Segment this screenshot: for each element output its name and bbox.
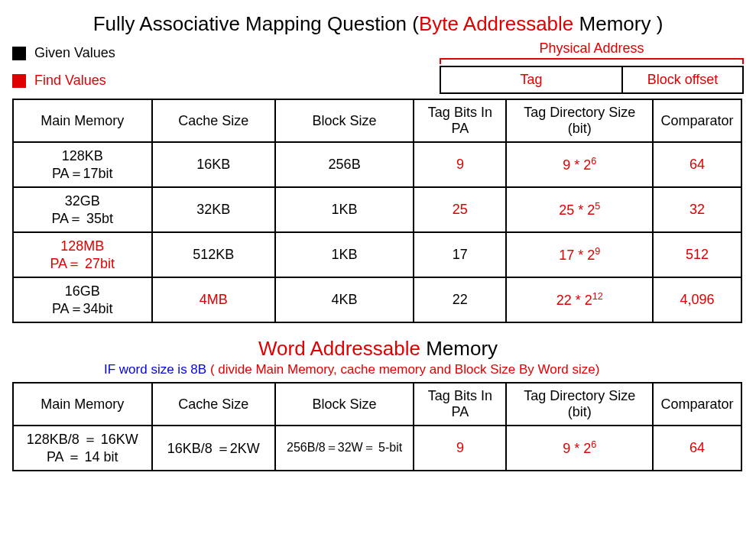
table-cell: 25 (414, 187, 506, 232)
cell-mm-l1: 32GB (65, 193, 100, 209)
table-cell: 4KB (275, 277, 414, 322)
table-header-row: Main Memory Cache Size Block Size Tag Bi… (13, 99, 741, 142)
th-tag-dir: Tag Directory Size (bit) (506, 99, 653, 142)
th-tag-bits: Tag Bits In PA (414, 99, 506, 142)
section2-title-red: Word Addressable (258, 337, 420, 360)
table-cell: 32GBPA＝ 35bt (13, 187, 152, 232)
th-tag-dir: Tag Directory Size (bit) (506, 383, 653, 426)
table-cell: 1KB (275, 187, 414, 232)
section2-if-suffix: ( divide Main Memory, cache memory and B… (206, 362, 599, 377)
table-row: 32GBPA＝ 35bt32KB1KB2525 * 2532 (13, 187, 741, 232)
pa-offset-cell: Block offset (622, 66, 743, 93)
th-cache-size: Cache Size (152, 99, 275, 142)
table-cell: 16KB/8 ＝2KW (152, 426, 275, 471)
tds-exp: 12 (592, 291, 603, 302)
tds-base: 22 * 2 (556, 293, 592, 308)
th-comparator: Comparator (653, 383, 741, 426)
table-header-row: Main Memory Cache Size Block Size Tag Bi… (13, 383, 741, 426)
pa-tag-cell: Tag (440, 66, 622, 93)
table-row: 128MBPA＝ 27bit512KB1KB1717 * 29512 (13, 232, 741, 277)
tds-exp: 5 (595, 201, 600, 212)
tds-exp: 6 (591, 156, 596, 167)
table-cell: 512 (653, 232, 741, 277)
table-cell: 32KB (152, 187, 275, 232)
pa-label: Physical Address (440, 40, 744, 57)
legend-find: Find Values (12, 66, 115, 94)
tds-base: 25 * 2 (559, 202, 595, 218)
table-cell: 1KB (275, 232, 414, 277)
cell-mm-l2: PA＝34bit (52, 301, 113, 316)
title-highlight: Byte Addressable (419, 12, 573, 35)
table-cell: 128MBPA＝ 27bit (13, 232, 152, 277)
table-cell: 64 (653, 142, 741, 187)
cell-mm-l2: PA＝ 27bit (50, 256, 115, 271)
table-cell: 22 * 212 (506, 277, 653, 322)
table-cell: 17 (414, 232, 506, 277)
table-row: 128KB/8 ＝ 16KWPA ＝ 14 bit16KB/8 ＝2KW256B… (13, 426, 741, 471)
tds-base: 9 * 2 (563, 441, 591, 456)
table-row: 16GBPA＝34bit4MB4KB2222 * 2124,096 (13, 277, 741, 322)
cell-mm-l2: PA ＝ 14 bit (47, 449, 118, 464)
section2-title-black: Memory (420, 337, 498, 360)
table-cell: 128KB/8 ＝ 16KWPA ＝ 14 bit (13, 426, 152, 471)
table-cell: 17 * 29 (506, 232, 653, 277)
table-byte-addressable: Main Memory Cache Size Block Size Tag Bi… (12, 99, 742, 323)
th-main-memory: Main Memory (13, 99, 152, 142)
cell-mm-l1: 128KB/8 ＝ 16KW (27, 432, 138, 447)
th-cache-size: Cache Size (152, 383, 275, 426)
physical-address-box: Physical Address Tag Block offset (440, 40, 744, 94)
section2-title: Word Addressable Memory (12, 337, 744, 361)
table-cell: 22 (414, 277, 506, 322)
tds-base: 17 * 2 (559, 248, 595, 263)
section2-if-prefix: IF word size is 8B (104, 362, 206, 377)
table-cell: 16KB (152, 142, 275, 187)
th-main-memory: Main Memory (13, 383, 152, 426)
th-block-size: Block Size (275, 99, 414, 142)
square-icon (12, 47, 26, 60)
cell-mm-l1: 128MB (60, 238, 104, 254)
table-cell: 9 (414, 142, 506, 187)
th-comparator: Comparator (653, 99, 741, 142)
table-cell: 9 * 26 (506, 426, 653, 471)
bracket-icon (440, 58, 744, 64)
table-cell: 64 (653, 426, 741, 471)
cell-mm-l1: 128KB (62, 148, 103, 163)
table-cell: 4,096 (653, 277, 741, 322)
table-cell: 256B/8＝32W＝ 5-bit (275, 426, 414, 471)
square-icon (12, 74, 26, 88)
tds-base: 9 * 2 (563, 157, 591, 173)
legend-left: Given Values Find Values (12, 39, 115, 94)
title-prefix: Fully Associative Mapping Question ( (93, 12, 419, 35)
legend-find-label: Find Values (34, 73, 106, 88)
legend-row: Given Values Find Values Physical Addres… (12, 39, 744, 94)
table-cell: 9 (414, 426, 506, 471)
table-cell: 32 (653, 187, 741, 232)
tds-exp: 9 (595, 246, 600, 257)
table-cell: 128KBPA＝17bit (13, 142, 152, 187)
th-block-size: Block Size (275, 383, 414, 426)
section2-subtitle: IF word size is 8B ( divide Main Memory,… (104, 362, 744, 377)
table-row: 128KBPA＝17bit16KB256B99 * 2664 (13, 142, 741, 187)
cell-mm-l1: 16GB (65, 283, 100, 299)
page-title: Fully Associative Mapping Question (Byte… (12, 12, 744, 36)
th-tag-bits: Tag Bits In PA (414, 383, 506, 426)
table-cell: 9 * 26 (506, 142, 653, 187)
legend-given: Given Values (12, 39, 115, 66)
table-cell: 16GBPA＝34bit (13, 277, 152, 322)
tds-exp: 6 (591, 439, 596, 450)
table-cell: 256B (275, 142, 414, 187)
cell-mm-l2: PA＝ 35bt (51, 211, 113, 226)
table-cell: 25 * 25 (506, 187, 653, 232)
table-cell: 512KB (152, 232, 275, 277)
legend-given-label: Given Values (34, 45, 115, 60)
title-suffix: Memory ) (573, 12, 663, 35)
cell-mm-l2: PA＝17bit (52, 166, 113, 181)
table-word-addressable: Main Memory Cache Size Block Size Tag Bi… (12, 382, 742, 471)
table-cell: 4MB (152, 277, 275, 322)
pa-table: Tag Block offset (440, 66, 744, 94)
